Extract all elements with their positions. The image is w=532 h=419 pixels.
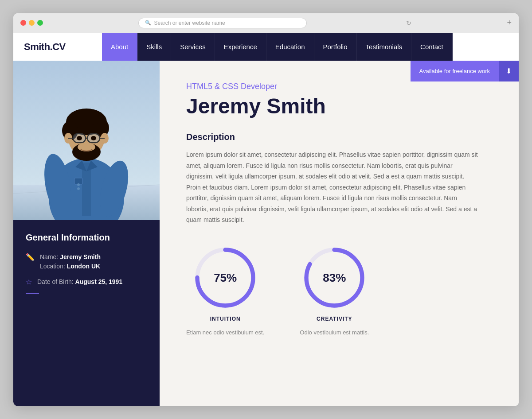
minimize-dot[interactable] [29,20,35,26]
profile-illustration [13,61,160,220]
nav-education[interactable]: Education [266,33,314,61]
browser-dots [20,20,43,26]
close-dot[interactable] [20,20,26,26]
edit-icon: ✏️ [26,253,35,261]
svg-point-22 [77,136,82,140]
refresh-icon[interactable]: ↻ [406,19,411,27]
creativity-label: CREATIVITY [317,316,352,322]
creativity-sublabel: Odio vestibulum est mattis. [300,329,369,336]
search-icon: 🔍 [145,20,151,26]
svg-point-26 [78,143,95,151]
site-main: General Information ✏️ Name: Jeremy Smit… [13,61,519,406]
browser-window: 🔍 Search or enter website name ↻ + Smith… [13,13,519,406]
nav-contact[interactable]: Contact [411,33,453,61]
website: Smith.CV About Skills Services Experienc… [13,33,519,406]
sidebar-info-title: General Information [26,233,147,243]
circle-intuition: 75% [194,247,256,309]
site-nav: About Skills Services Experience Educati… [102,33,453,61]
svg-rect-4 [82,163,91,216]
progress-intuition: 75% INTUITION Etiam nec odio vestibulum … [186,247,264,336]
sidebar-info: General Information ✏️ Name: Jeremy Smit… [13,220,160,406]
profile-photo [13,61,160,220]
info-dob-item: ☆ Date of Birth: August 25, 1991 [26,277,147,287]
site-logo: Smith.CV [13,33,102,61]
freelance-badge[interactable]: Available for freelance work ⬇ [411,61,519,81]
info-dob-text: Date of Birth: August 25, 1991 [37,277,122,287]
description-title: Description [186,132,492,142]
intuition-label: INTUITION [210,316,241,322]
nav-about[interactable]: About [102,33,137,61]
svg-point-31 [77,187,80,190]
address-text: Search or enter website name [154,20,225,26]
person-name: Jeremy Smith [186,95,492,118]
svg-point-12 [70,109,103,125]
browser-bar: 🔍 Search or enter website name ↻ + [13,13,519,33]
content-inner: HTML5 & CSS Developer Jeremy Smith Descr… [160,61,519,353]
progress-creativity: 83% CREATIVITY Odio vestibulum est matti… [300,247,369,336]
circle-creativity-value: 83% [323,271,346,284]
content-area: Available for freelance work ⬇ HTML5 & C… [160,61,519,406]
progress-section: 75% INTUITION Etiam nec odio vestibulum … [186,247,492,336]
svg-point-23 [91,136,96,140]
info-name-text: Name: Jeremy Smith Location: London UK [40,252,101,271]
nav-testimonials[interactable]: Testimonials [357,33,412,61]
description-text: Lorem ipsum dolor sit amet, consectetur … [186,149,479,225]
nav-experience[interactable]: Experience [215,33,266,61]
circle-intuition-value: 75% [214,271,237,284]
maximize-dot[interactable] [37,20,43,26]
svg-point-30 [77,183,80,186]
star-icon: ☆ [26,278,32,286]
info-name-item: ✏️ Name: Jeremy Smith Location: London U… [26,252,147,271]
intuition-sublabel: Etiam nec odio vestibulum est. [186,329,264,336]
browser-address-bar[interactable]: 🔍 Search or enter website name [138,18,307,28]
nav-skills[interactable]: Skills [137,33,171,61]
sidebar-divider [26,293,39,294]
freelance-text: Available for freelance work [411,61,499,81]
circle-creativity: 83% [303,247,365,309]
sidebar: General Information ✏️ Name: Jeremy Smit… [13,61,160,406]
site-header: Smith.CV About Skills Services Experienc… [13,33,519,61]
download-icon[interactable]: ⬇ [499,61,519,81]
svg-rect-29 [74,178,82,184]
nav-portfolio[interactable]: Portfolio [314,33,357,61]
new-tab-button[interactable]: + [507,18,512,27]
person-subtitle: HTML5 & CSS Developer [186,82,492,91]
nav-services[interactable]: Services [171,33,215,61]
